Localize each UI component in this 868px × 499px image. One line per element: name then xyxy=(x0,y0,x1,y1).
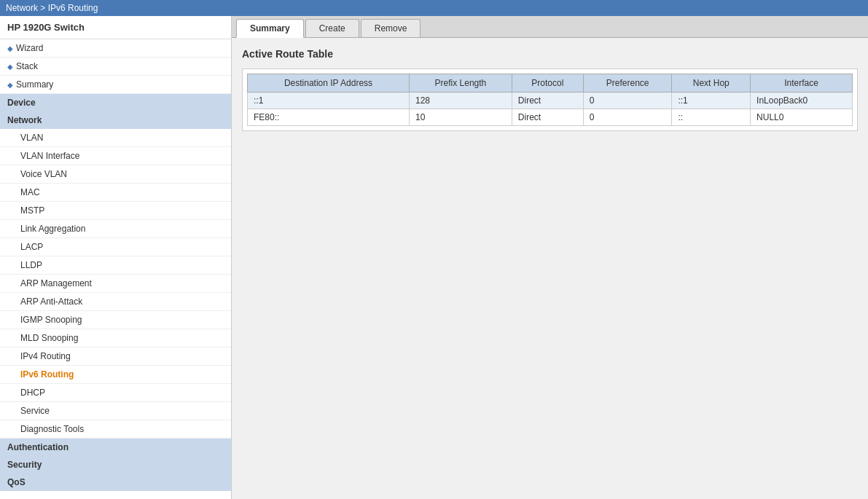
sidebar-item-diagnostic-tools[interactable]: Diagnostic Tools xyxy=(0,420,231,439)
table-header-row: Destination IP Address Prefix Length Pro… xyxy=(248,74,853,93)
col-next-hop: Next Hop xyxy=(672,74,751,93)
sidebar-item-voice-vlan[interactable]: Voice VLAN xyxy=(0,165,231,184)
sidebar-item-arp-anti-attack[interactable]: ARP Anti-Attack xyxy=(0,293,231,311)
tab-remove[interactable]: Remove xyxy=(361,19,421,37)
col-preference: Preference xyxy=(583,74,672,93)
sidebar-item-mstp[interactable]: MSTP xyxy=(0,202,231,220)
sidebar-item-service[interactable]: Service xyxy=(0,402,231,420)
sidebar-item-lacp[interactable]: LACP xyxy=(0,238,231,256)
col-destination: Destination IP Address xyxy=(248,74,410,93)
col-prefix-length: Prefix Length xyxy=(409,74,512,93)
table-body: ::1128Direct0::1InLoopBack0FE80::10Direc… xyxy=(248,93,853,126)
diamond-icon: ◆ xyxy=(7,81,13,89)
route-table-wrapper: Destination IP Address Prefix Length Pro… xyxy=(242,68,858,131)
route-table: Destination IP Address Prefix Length Pro… xyxy=(247,74,853,126)
tab-create[interactable]: Create xyxy=(305,19,359,37)
sidebar-item-arp-management[interactable]: ARP Management xyxy=(0,275,231,293)
sidebar-section-network[interactable]: Network xyxy=(0,111,231,129)
device-title: HP 1920G Switch xyxy=(0,16,231,39)
sidebar-item-ipv6-routing[interactable]: IPv6 Routing xyxy=(0,366,231,384)
sidebar-section-authentication[interactable]: Authentication xyxy=(0,439,231,456)
sidebar-section-qos[interactable]: QoS xyxy=(0,474,231,491)
sidebar: HP 1920G Switch ◆ Wizard ◆ Stack ◆ Summa… xyxy=(0,16,232,499)
sidebar-item-mac[interactable]: MAC xyxy=(0,184,231,202)
breadcrumb: Network > IPv6 Routing xyxy=(0,0,868,16)
sidebar-item-igmp-snooping[interactable]: IGMP Snooping xyxy=(0,311,231,329)
sidebar-section-security[interactable]: Security xyxy=(0,456,231,474)
sidebar-item-vlan[interactable]: VLAN xyxy=(0,129,231,147)
table-row: FE80::10Direct0::NULL0 xyxy=(248,109,853,126)
content-area: Active Route Table Destination IP Addres… xyxy=(232,38,868,141)
sidebar-item-mld-snooping[interactable]: MLD Snooping xyxy=(0,329,231,347)
sidebar-item-summary-top[interactable]: ◆ Summary xyxy=(0,76,231,94)
diamond-icon: ◆ xyxy=(7,44,13,52)
sidebar-item-wizard[interactable]: ◆ Wizard xyxy=(0,39,231,58)
sidebar-item-vlan-interface[interactable]: VLAN Interface xyxy=(0,147,231,165)
tab-bar: Summary Create Remove xyxy=(232,16,868,38)
table-row: ::1128Direct0::1InLoopBack0 xyxy=(248,93,853,109)
sidebar-item-stack[interactable]: ◆ Stack xyxy=(0,58,231,76)
sidebar-item-ipv4-routing[interactable]: IPv4 Routing xyxy=(0,347,231,366)
main-content: Summary Create Remove Active Route Table… xyxy=(232,16,868,499)
sidebar-item-dhcp[interactable]: DHCP xyxy=(0,384,231,402)
col-protocol: Protocol xyxy=(512,74,583,93)
sidebar-section-device[interactable]: Device xyxy=(0,94,231,111)
col-interface: Interface xyxy=(751,74,853,93)
diamond-icon: ◆ xyxy=(7,63,13,71)
sidebar-item-lldp[interactable]: LLDP xyxy=(0,256,231,275)
tab-summary[interactable]: Summary xyxy=(236,19,304,38)
section-title: Active Route Table xyxy=(242,48,858,60)
sidebar-item-link-aggregation[interactable]: Link Aggregation xyxy=(0,220,231,238)
